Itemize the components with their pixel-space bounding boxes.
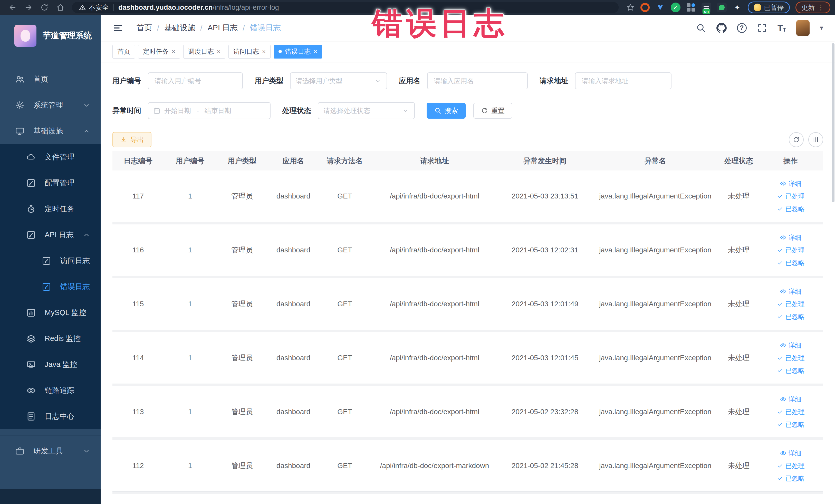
- close-icon[interactable]: ×: [172, 48, 175, 55]
- browser-menu-dots-icon[interactable]: ⋮: [817, 6, 824, 9]
- font-size-icon[interactable]: TT: [777, 23, 786, 33]
- check-icon: [777, 462, 783, 469]
- bookmark-star-icon[interactable]: [626, 3, 635, 12]
- mark-ignored-link[interactable]: 已忽略: [777, 259, 805, 267]
- paused-extension-chip[interactable]: 已暂停: [748, 2, 790, 13]
- eye-icon: [780, 288, 787, 295]
- cell-app-name: dashboard: [268, 300, 319, 308]
- tab-schedule-log[interactable]: 调度日志×: [183, 45, 225, 59]
- detail-link[interactable]: 详细: [780, 341, 801, 350]
- detail-link[interactable]: 详细: [780, 449, 801, 458]
- mark-processed-link[interactable]: 已处理: [777, 462, 805, 470]
- sidebar-item-infrastructure[interactable]: 基础设施: [0, 118, 101, 144]
- sidebar-item-home[interactable]: 首页: [0, 66, 101, 92]
- sidebar-item-redis-monitor[interactable]: Redis 监控: [0, 326, 101, 351]
- cell-status: 未处理: [719, 191, 758, 201]
- sidebar-item-api-log[interactable]: API 日志: [0, 222, 101, 248]
- filter-row-1: 用户编号 用户类型 请选择用户类型 应用名 请求地址: [113, 73, 823, 89]
- close-icon[interactable]: ×: [217, 48, 221, 55]
- sidebar-item-access-log[interactable]: 访问日志: [0, 248, 101, 274]
- mark-processed-link[interactable]: 已处理: [777, 408, 805, 416]
- mark-processed-link[interactable]: 已处理: [777, 192, 805, 201]
- mark-ignored-link[interactable]: 已忽略: [777, 366, 805, 375]
- breadcrumb-item[interactable]: API 日志: [208, 23, 238, 33]
- sidebar-item-file-management[interactable]: 文件管理: [0, 144, 101, 170]
- extension-leaf-icon[interactable]: [717, 3, 727, 12]
- table-header-row: 日志编号 用户编号 用户类型 应用名 请求方法名 请求地址 异常发生时间 异常名…: [113, 151, 823, 170]
- close-icon[interactable]: ×: [262, 48, 266, 55]
- search-button[interactable]: 搜索: [427, 103, 466, 119]
- sidebar-item-java-monitor[interactable]: Java 监控: [0, 351, 101, 378]
- security-label[interactable]: 不安全: [89, 3, 109, 12]
- detail-link[interactable]: 详细: [780, 287, 801, 296]
- row-separator: [113, 330, 823, 332]
- sidebar-item-dev-tools[interactable]: 研发工具: [0, 438, 101, 464]
- extension-on-toggle-icon[interactable]: on: [701, 3, 711, 12]
- sidebar-item-log-center[interactable]: 日志中心: [0, 403, 101, 429]
- request-url-input[interactable]: [575, 73, 672, 89]
- browser-update-button[interactable]: 更新 ⋮: [795, 2, 830, 13]
- cell-method: GET: [319, 300, 370, 308]
- tab-scheduled-jobs[interactable]: 定时任务×: [138, 45, 180, 59]
- extension-green-check-icon[interactable]: ✓: [671, 3, 680, 12]
- scrollbar-thumb[interactable]: [832, 43, 834, 202]
- cell-user-id: 1: [164, 462, 217, 470]
- detail-link[interactable]: 详细: [780, 395, 801, 404]
- avatar[interactable]: [796, 20, 810, 36]
- cell-app-name: dashboard: [268, 354, 319, 362]
- address-bar[interactable]: 不安全 dashboard.yudao.iocoder.cn/infra/log…: [72, 2, 618, 13]
- forward-icon[interactable]: [24, 3, 33, 12]
- check-icon: [777, 355, 783, 361]
- process-status-select[interactable]: 请选择处理状态: [318, 102, 415, 119]
- breadcrumb-item[interactable]: 首页: [137, 23, 152, 33]
- github-icon[interactable]: [716, 23, 727, 33]
- eye-icon: [780, 342, 787, 349]
- sidebar-item-trace[interactable]: 链路追踪: [0, 378, 101, 403]
- extension-orange-icon[interactable]: [640, 3, 650, 12]
- mark-ignored-link[interactable]: 已忽略: [777, 474, 805, 483]
- sidebar-item-error-log[interactable]: 错误日志: [0, 274, 101, 300]
- mark-ignored-link[interactable]: 已忽略: [777, 205, 805, 213]
- app-name-input[interactable]: [427, 73, 528, 89]
- sidebar-item-scheduled-jobs[interactable]: 定时任务: [0, 196, 101, 222]
- fullscreen-icon[interactable]: [757, 23, 767, 33]
- search-icon[interactable]: [696, 23, 706, 33]
- column-settings-button[interactable]: [808, 132, 823, 147]
- sidebar-item-config-management[interactable]: 配置管理: [0, 170, 101, 196]
- tab-access-log[interactable]: 访问日志×: [228, 45, 270, 59]
- extensions-puzzle-icon[interactable]: ✦: [732, 3, 742, 12]
- user-id-input[interactable]: [148, 73, 243, 89]
- user-menu-caret-icon[interactable]: ▾: [820, 24, 823, 32]
- extension-blue-icon[interactable]: [655, 3, 665, 12]
- reset-button[interactable]: 重置: [473, 103, 512, 119]
- home-icon[interactable]: [56, 3, 65, 12]
- help-icon[interactable]: ?: [737, 23, 747, 33]
- sidebar-item-system[interactable]: 系统管理: [0, 92, 101, 118]
- close-icon[interactable]: ×: [314, 48, 317, 55]
- refresh-table-button[interactable]: [789, 132, 804, 147]
- mark-processed-link[interactable]: 已处理: [777, 354, 805, 362]
- detail-link[interactable]: 详细: [780, 180, 801, 188]
- extension-grid-icon[interactable]: [686, 3, 696, 12]
- user-type-select[interactable]: 请选择用户类型: [290, 73, 387, 89]
- back-icon[interactable]: [8, 3, 17, 12]
- breadcrumb-item[interactable]: 基础设施: [164, 23, 195, 33]
- eye-icon: [780, 396, 787, 403]
- mark-processed-link[interactable]: 已处理: [777, 246, 805, 255]
- tab-home[interactable]: 首页: [113, 45, 135, 59]
- sidebar-item-mysql-monitor[interactable]: MySQL 监控: [0, 300, 101, 326]
- detail-link[interactable]: 详细: [780, 234, 801, 242]
- mark-ignored-link[interactable]: 已忽略: [777, 313, 805, 321]
- filter-label: 异常时间: [113, 106, 141, 116]
- reload-icon[interactable]: [40, 3, 49, 12]
- tab-error-log[interactable]: 错误日志×: [273, 45, 322, 59]
- app-logo-row[interactable]: 芋道管理系统: [0, 15, 101, 57]
- date-range-picker[interactable]: 开始日期 - 结束日期: [148, 102, 270, 119]
- cell-status: 未处理: [719, 407, 758, 417]
- mark-ignored-link[interactable]: 已忽略: [777, 420, 805, 429]
- link-label: 详细: [789, 449, 801, 458]
- mark-processed-link[interactable]: 已处理: [777, 300, 805, 308]
- cell-log-id: 114: [113, 354, 164, 362]
- export-button[interactable]: 导出: [113, 132, 151, 147]
- collapse-sidebar-icon[interactable]: [113, 23, 123, 33]
